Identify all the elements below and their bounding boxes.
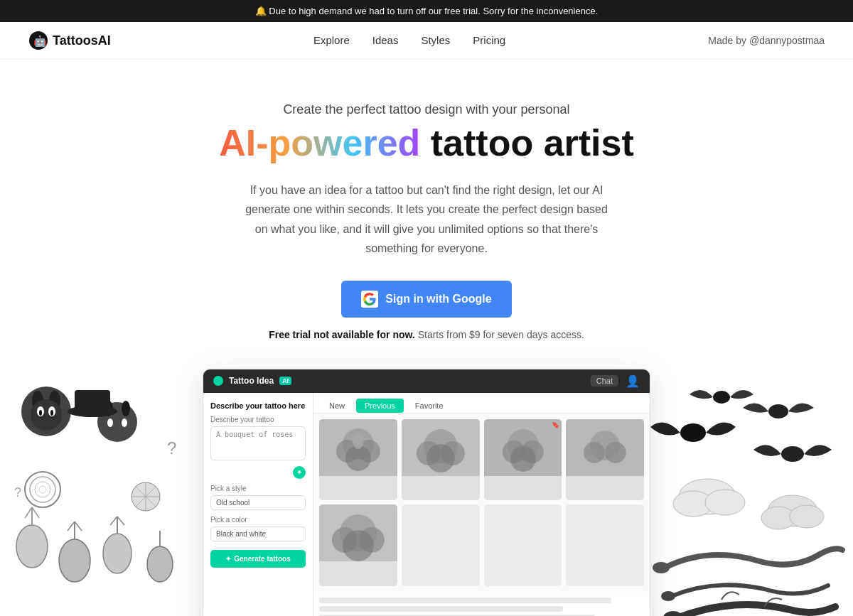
grid-item-3[interactable]	[484, 419, 562, 501]
ai-badge: AI	[279, 377, 291, 385]
svg-point-61	[605, 442, 626, 463]
sidebar-style-select[interactable]: Old school	[210, 495, 306, 510]
rose-img-5	[319, 504, 397, 561]
svg-point-77	[653, 562, 670, 573]
svg-text:?: ?	[14, 485, 21, 499]
titlebar-right: Chat 👤	[591, 374, 640, 388]
svg-point-14	[122, 418, 127, 427]
svg-point-79	[663, 611, 683, 616]
svg-point-69	[781, 446, 804, 462]
svg-point-13	[107, 418, 113, 427]
svg-line-27	[110, 517, 117, 525]
grid-item-4[interactable]	[566, 419, 644, 501]
svg-point-5	[31, 399, 62, 431]
svg-point-12	[122, 401, 130, 416]
grid-item-1[interactable]	[319, 419, 397, 501]
svg-point-68	[713, 391, 730, 404]
nav-explore[interactable]: Explore	[313, 34, 350, 46]
svg-point-25	[103, 534, 132, 573]
svg-point-46	[345, 445, 371, 471]
nav-ideas[interactable]: Ideas	[372, 34, 399, 46]
svg-line-19	[25, 507, 32, 518]
left-tattoo-panel: ? ?	[4, 369, 203, 616]
app-tabs: New Previous Favorite	[313, 393, 650, 414]
svg-text:?: ?	[167, 438, 176, 458]
svg-point-40	[35, 482, 50, 497]
hero-title: AI-powered tattoo artist	[121, 123, 732, 163]
svg-point-9	[50, 410, 53, 416]
grid-item-8	[566, 504, 644, 586]
chat-line-2	[319, 606, 563, 612]
google-icon	[361, 291, 378, 308]
svg-point-39	[30, 477, 55, 502]
app-logo-dot	[213, 376, 223, 386]
right-tattoo-panel	[650, 369, 849, 616]
svg-point-70	[680, 423, 706, 442]
hero-description: If you have an idea for a tattoo but can…	[242, 180, 611, 258]
tab-new[interactable]: New	[321, 399, 353, 413]
sidebar-describe-input[interactable]	[210, 426, 306, 460]
hero-rest-text: tattoo artist	[420, 122, 633, 163]
header-made-by: Made by @dannypostmaa	[708, 35, 825, 46]
app-title: Tattoo Idea	[229, 376, 274, 386]
main-nav: Explore Ideas Styles Pricing	[313, 34, 505, 47]
header: 🤖 TattoosAI Explore Ideas Styles Pricing…	[0, 22, 853, 60]
svg-line-23	[68, 522, 75, 531]
grid-item-7	[484, 504, 562, 586]
svg-point-52	[426, 444, 455, 472]
svg-point-73	[705, 490, 745, 515]
svg-line-20	[32, 507, 39, 518]
app-main: New Previous Favorite	[313, 393, 650, 616]
generate-btn-icon: ✦	[225, 555, 231, 563]
svg-point-29	[147, 546, 173, 582]
sidebar-describe-label: Describe your tattoo here	[210, 401, 306, 410]
svg-point-17	[16, 525, 48, 568]
tab-favorite[interactable]: Favorite	[407, 399, 452, 413]
svg-point-67	[768, 404, 788, 418]
svg-point-78	[661, 591, 675, 601]
logo[interactable]: 🤖 TattoosAI	[28, 31, 111, 50]
hero-ai-text: AI-powered	[219, 122, 420, 163]
svg-point-41	[39, 486, 46, 493]
svg-point-8	[39, 410, 42, 416]
titlebar-left: Tattoo Idea AI	[213, 376, 291, 386]
sidebar-style-label: Pick a style	[210, 485, 306, 492]
announcement-text: Due to high demand we had to turn off ou…	[269, 6, 598, 16]
rose-img-4	[566, 419, 644, 476]
svg-point-16	[68, 406, 117, 417]
grid-item-5[interactable]	[319, 504, 397, 586]
hero-subtitle: Create the perfect tattoo design with yo…	[121, 102, 732, 117]
generate-btn[interactable]: ✦ Generate tattoos	[210, 550, 306, 568]
tattoo-grid	[313, 414, 650, 592]
generate-icon-area: ✦	[210, 466, 306, 479]
trial-note-rest: Starts from $9 for seven days access.	[415, 329, 584, 340]
free-trial-note: Free trial not available for now. Starts…	[121, 329, 732, 340]
svg-point-21	[59, 539, 90, 582]
nav-pricing[interactable]: Pricing	[473, 34, 505, 46]
svg-point-60	[584, 442, 605, 463]
logo-icon: 🤖	[28, 31, 48, 50]
nav-styles[interactable]: Styles	[421, 34, 450, 46]
announcement-icon: 🔔	[255, 6, 267, 16]
tab-previous[interactable]: Previous	[356, 399, 404, 413]
sidebar-color-select[interactable]: Black and white	[210, 526, 306, 541]
rose-img-1	[319, 419, 397, 476]
grid-item-2[interactable]	[402, 419, 480, 501]
grid-item-6	[402, 504, 480, 586]
sidebar-color-label: Pick a color	[210, 516, 306, 524]
signin-btn-label: Sign in with Google	[385, 293, 491, 306]
left-tattoo-art: ? ?	[4, 369, 203, 616]
trial-note-bold: Free trial not available for now.	[269, 329, 415, 340]
svg-point-66	[343, 530, 374, 561]
chat-line-1	[319, 598, 611, 603]
logo-text: TattoosAI	[53, 33, 111, 48]
app-titlebar: Tattoo Idea AI Chat 👤	[203, 369, 650, 393]
chat-lines	[313, 592, 650, 616]
svg-point-57	[510, 446, 535, 472]
google-signin-button[interactable]: Sign in with Google	[341, 281, 511, 318]
sidebar-describe-sublabel: Describe your tattoo	[210, 416, 306, 423]
right-tattoo-art	[650, 369, 849, 616]
svg-point-47	[353, 432, 364, 449]
gen-icon: ✦	[293, 466, 306, 479]
chat-button[interactable]: Chat	[591, 375, 618, 387]
